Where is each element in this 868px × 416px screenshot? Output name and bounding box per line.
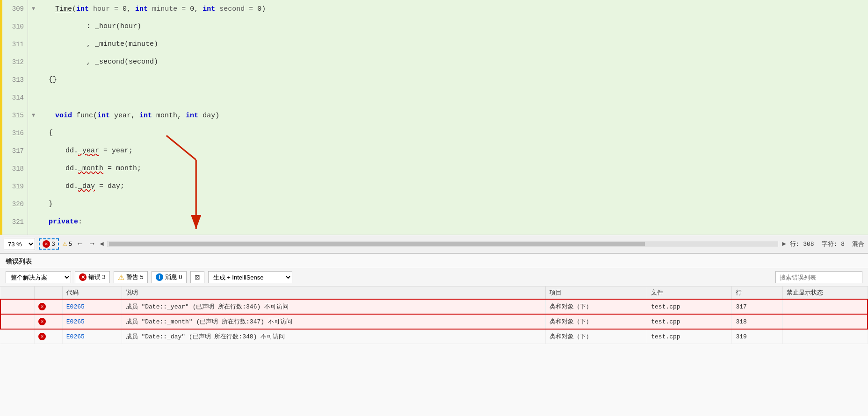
row1-icon-cell: ✕ [34,299,62,314]
line-num-315: 315 [4,107,24,124]
row1-project: 类和对象（下） [545,299,647,314]
row3-desc: 成员 "Date::_day" (已声明 所在行数:348) 不可访问 [122,329,545,344]
code-line-312: , _second(second) [32,53,868,71]
line-num-309: 309 [4,0,24,18]
warning-count-text: 5 [68,241,72,248]
info-filter-button[interactable]: i 消息 0 [152,271,187,283]
error-count-text: 3 [51,241,55,248]
col-header-file[interactable]: 文件 [647,287,732,299]
line-num-313: 313 [4,71,24,89]
filter-toggle-button[interactable]: ⊠ [190,271,204,283]
gen-select[interactable]: 生成 + IntelliSense 生成 IntelliSense [208,271,292,283]
code-line-321: private: [32,213,868,231]
row2-error-icon: ✕ [38,318,46,325]
fold-315[interactable]: ▼ [32,107,38,124]
line-num-311: 311 [4,36,24,53]
char-label: 字符: 8 [822,240,845,248]
code-line-314 [32,89,868,107]
zoom-select[interactable]: 73 % 100 % 150 % [4,238,35,250]
scope-select[interactable]: 整个解决方案 当前项目 当前文件 [6,271,71,283]
line-num-316: 316 [4,124,24,142]
code-line-320: } [32,195,868,213]
row1-suppress [783,299,868,314]
char-number: 8 [841,241,845,248]
search-error-input[interactable] [775,271,862,283]
code-line-322: int _hour; [32,231,868,235]
line-num-320: 320 [4,195,24,213]
nav-back-button[interactable]: ← [76,239,84,249]
info-icon-btn: i [156,273,163,281]
row2-project: 类和对象（下） [545,314,647,329]
line-num-319: 319 [4,178,24,195]
code-line-316: { [32,124,868,142]
row2-suppress [783,314,868,329]
line-number: 308 [803,241,814,248]
row2-code[interactable]: E0265 [62,314,122,329]
row1-code-link[interactable]: E0265 [66,303,85,310]
line-num-317: 317 [4,142,24,160]
code-line-319: dd._day = day; [32,178,868,195]
row3-line: 319 [732,329,783,344]
error-filter-button[interactable]: ✕ 错误 3 [75,271,110,283]
row1-line: 317 [732,299,783,314]
encoding-label: 混合 [852,240,864,248]
error-panel-title: 错误列表 [0,254,868,268]
row1-code[interactable]: E0265 [62,299,122,314]
col-header-suppress[interactable]: 禁止显示状态 [783,287,868,299]
line-numbers: 309 310 311 312 313 314 315 316 317 318 … [0,0,28,235]
col-header-line[interactable]: 行 [732,287,783,299]
warning-icon-small: ⚠ [63,240,67,248]
code-line-311: , _minute(minute) [32,36,868,53]
row1-desc: 成员 "Date::_year" (已声明 所在行数:346) 不可访问 [122,299,545,314]
code-content[interactable]: ▼ Time(int hour = 0, int minute = 0, int… [28,0,868,235]
error-btn-label: 错误 3 [88,273,106,281]
row2-code-link[interactable]: E0265 [66,318,85,325]
line-num-314: 314 [4,89,24,107]
error-panel: 错误列表 整个解决方案 当前项目 当前文件 ✕ 错误 3 ⚠ 警告 5 i 消息… [0,253,868,416]
status-bar: 73 % 100 % 150 % ✕ 3 ⚠ 5 ← → ◄ ► 行: 308 … [0,235,868,253]
warning-icon-btn: ⚠ [118,273,124,282]
row3-error-icon: ✕ [38,333,46,340]
col-header-desc[interactable]: 说明 [122,287,545,299]
row3-code[interactable]: E0265 [62,329,122,344]
warning-count-badge: ⚠ 5 [63,240,72,248]
line-label: 行: 308 [790,240,814,248]
info-btn-label: 消息 0 [165,273,182,281]
filter-icon: ⊠ [195,273,200,281]
row3-num [0,329,34,344]
row2-file: test.cpp [647,314,732,329]
row2-desc: 成员 "Date::_month" (已声明 所在行数:347) 不可访问 [122,314,545,329]
error-icon-btn: ✕ [79,273,87,281]
row3-project: 类和对象（下） [545,329,647,344]
row3-code-link[interactable]: E0265 [66,333,85,340]
error-table: 代码 说明 项目 文件 行 禁止显示状态 ✕ E [0,287,868,416]
col-header-code[interactable]: 代码 [62,287,122,299]
warning-filter-button[interactable]: ⚠ 警告 5 [114,271,148,283]
error-icon-small: ✕ [43,240,50,248]
error-row-3[interactable]: ✕ E0265 成员 "Date::_day" (已声明 所在行数:348) 不… [0,329,868,344]
scroll-left-button[interactable]: ◄ [100,240,103,248]
col-header-project[interactable]: 项目 [545,287,647,299]
row2-num [0,314,34,329]
scroll-right-button[interactable]: ► [782,240,786,248]
line-num-310: 310 [4,18,24,36]
line-num-318: 318 [4,160,24,178]
row3-file: test.cpp [647,329,732,344]
error-row-2[interactable]: ✕ E0265 成员 "Date::_month" (已声明 所在行数:347)… [0,314,868,329]
nav-forward-button[interactable]: → [88,239,96,249]
col-header-num [0,287,34,299]
line-num-321: 321 [4,213,24,231]
main-container: 309 310 311 312 313 314 315 316 317 318 … [0,0,868,416]
horizontal-scrollbar[interactable] [108,241,778,247]
code-line-310: : _hour(hour) [32,18,868,36]
error-row-1[interactable]: ✕ E0265 成员 "Date::_year" (已声明 所在行数:346) … [0,299,868,314]
code-line-309: ▼ Time(int hour = 0, int minute = 0, int… [32,0,868,18]
code-line-318: dd._month = month; [32,160,868,178]
error-toolbar: 整个解决方案 当前项目 当前文件 ✕ 错误 3 ⚠ 警告 5 i 消息 0 ⊠ … [0,268,868,287]
code-editor: 309 310 311 312 313 314 315 316 317 318 … [0,0,868,235]
fold-309[interactable]: ▼ [32,0,38,18]
line-num-322: 322 [4,231,24,235]
col-header-icon [34,287,62,299]
code-line-313: {} [32,71,868,89]
warning-btn-label: 警告 5 [126,273,144,281]
